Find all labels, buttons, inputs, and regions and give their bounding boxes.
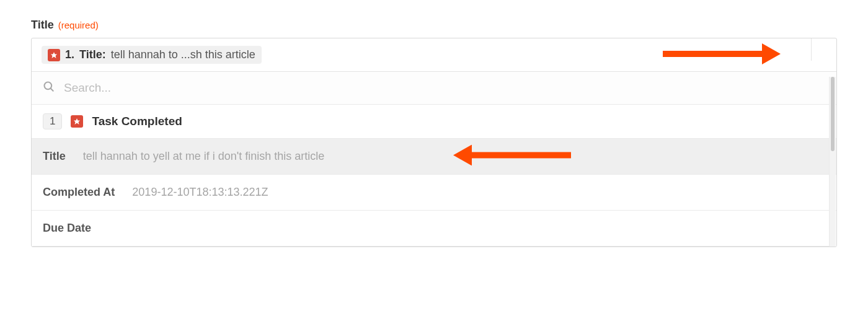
annotation-arrow-right: [663, 43, 781, 67]
svg-marker-8: [762, 43, 781, 64]
svg-rect-7: [663, 51, 762, 57]
selected-token-row[interactable]: 1. Title: tell hannah to ...sh this arti…: [32, 38, 836, 72]
scrollbar[interactable]: [829, 77, 836, 247]
row-key: Due Date: [43, 222, 91, 235]
scrollbar-thumb[interactable]: [831, 77, 835, 151]
svg-marker-0: [51, 52, 57, 58]
annotation-arrow-left: [453, 144, 571, 168]
insert-variable-button[interactable]: [811, 38, 836, 61]
selected-variable-pill[interactable]: 1. Title: tell hannah to ...sh this arti…: [42, 46, 262, 64]
result-field-due-date[interactable]: Due Date: [32, 211, 836, 247]
svg-rect-13: [472, 152, 571, 158]
token-value: tell hannah to ...sh this article: [111, 48, 255, 61]
result-field-title[interactable]: Title tell hannah to yell at me if i don…: [32, 139, 836, 175]
row-value: tell hannah to yell at me if i don't fin…: [83, 150, 325, 163]
search-icon: [43, 81, 55, 95]
svg-marker-11: [74, 118, 80, 125]
field-label: Title: [31, 19, 54, 31]
field-dropdown-container: 1. Title: tell hannah to ...sh this arti…: [31, 38, 837, 247]
result-heading-row[interactable]: 1 Task Completed: [32, 105, 836, 139]
row-key: Completed At: [43, 186, 115, 199]
result-field-completed-at[interactable]: Completed At 2019-12-10T18:13:13.221Z: [32, 175, 836, 211]
result-heading-label: Task Completed: [92, 115, 182, 128]
field-label-row: Title (required): [31, 19, 837, 32]
token-label: Title:: [79, 48, 106, 61]
svg-line-10: [51, 89, 53, 91]
search-row: [32, 72, 836, 105]
result-index-badge: 1: [43, 113, 62, 129]
wunderlist-icon: [71, 115, 83, 128]
required-indicator: (required): [58, 20, 99, 30]
search-input[interactable]: [64, 81, 825, 95]
wunderlist-icon: [48, 49, 60, 61]
token-index: 1.: [65, 48, 74, 61]
svg-marker-12: [453, 144, 472, 165]
row-value: 2019-12-10T18:13:13.221Z: [132, 186, 268, 199]
row-key: Title: [43, 150, 66, 163]
